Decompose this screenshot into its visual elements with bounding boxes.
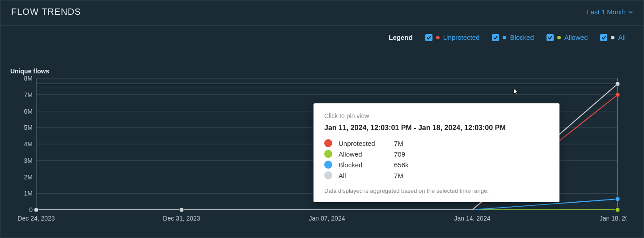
tooltip-row: All 7M — [324, 171, 549, 179]
legend-item-all[interactable]: All — [600, 34, 626, 41]
dot-icon — [324, 171, 332, 179]
svg-text:Dec 24, 2023: Dec 24, 2023 — [17, 215, 55, 222]
tooltip-row: Unprotected 7M — [324, 139, 549, 147]
tooltip-note: Data displayed is aggregated based on th… — [324, 187, 549, 194]
legend-item-unprotected[interactable]: Unprotected — [425, 34, 480, 41]
tooltip-name: All — [339, 172, 388, 179]
svg-point-28 — [615, 197, 620, 201]
svg-text:3M: 3M — [24, 157, 33, 164]
chevron-down-icon — [628, 10, 633, 14]
tooltip-row: Allowed 709 — [324, 150, 549, 158]
checkbox-all[interactable] — [600, 34, 607, 41]
dot-icon — [436, 36, 440, 39]
legend-item-allowed[interactable]: Allowed — [547, 34, 588, 41]
dot-icon — [503, 36, 506, 39]
time-range-label: Last 1 Month — [587, 8, 626, 16]
checkbox-unprotected[interactable] — [425, 34, 432, 41]
svg-text:0: 0 — [29, 206, 33, 213]
svg-text:7M: 7M — [24, 91, 33, 98]
tooltip-value: 709 — [394, 150, 405, 158]
tooltip-value: 7M — [394, 172, 403, 179]
legend-item-blocked[interactable]: Blocked — [492, 34, 534, 41]
svg-text:5M: 5M — [24, 124, 33, 131]
dot-icon — [611, 36, 614, 39]
svg-text:Dec 31, 2023: Dec 31, 2023 — [163, 215, 200, 222]
svg-text:Jan 07, 2024: Jan 07, 2024 — [309, 215, 345, 222]
svg-point-27 — [615, 208, 620, 212]
legend-label-unprotected: Unprotected — [443, 34, 480, 41]
dot-icon — [557, 36, 561, 39]
y-axis-label: Unique flows — [10, 68, 49, 75]
svg-point-30 — [179, 208, 184, 212]
tooltip-name: Unprotected — [339, 140, 388, 147]
legend-title: Legend — [389, 34, 412, 41]
dot-icon — [324, 139, 332, 147]
panel-header: FLOW TRENDS Last 1 Month — [0, 0, 644, 26]
checkbox-blocked[interactable] — [492, 34, 499, 41]
tooltip-name: Allowed — [339, 150, 388, 158]
tooltip-value: 7M — [394, 140, 403, 147]
svg-text:Jan 14, 2024: Jan 14, 2024 — [454, 215, 491, 222]
legend-label-allowed: Allowed — [564, 34, 588, 41]
legend: Legend Unprotected Blocked Allowed All — [0, 26, 644, 41]
dot-icon — [324, 161, 332, 169]
legend-label-blocked: Blocked — [510, 34, 534, 41]
legend-label-all: All — [618, 34, 626, 41]
flow-trends-panel: FLOW TRENDS Last 1 Month Legend Unprotec… — [0, 0, 644, 238]
tooltip-value: 656k — [394, 161, 409, 169]
dot-icon — [324, 150, 332, 158]
panel-title: FLOW TRENDS — [11, 7, 81, 17]
checkbox-allowed[interactable] — [547, 34, 554, 41]
svg-text:4M: 4M — [24, 140, 33, 148]
svg-text:6M: 6M — [24, 108, 33, 115]
time-range-select[interactable]: Last 1 Month — [587, 8, 633, 16]
svg-text:Jan 18, 2024: Jan 18, 2024 — [600, 215, 627, 222]
chart-tooltip[interactable]: Click to pin view Jan 11, 2024, 12:03:01… — [314, 103, 559, 202]
tooltip-name: Blocked — [339, 161, 388, 169]
svg-point-29 — [34, 208, 38, 212]
svg-point-31 — [615, 81, 620, 86]
tooltip-range: Jan 11, 2024, 12:03:01 PM - Jan 18, 2024… — [324, 124, 549, 132]
svg-text:1M: 1M — [24, 190, 33, 197]
svg-text:2M: 2M — [24, 174, 33, 181]
tooltip-hint: Click to pin view — [324, 112, 549, 119]
svg-point-26 — [615, 93, 620, 97]
svg-text:8M: 8M — [24, 76, 33, 82]
tooltip-row: Blocked 656k — [324, 161, 549, 169]
